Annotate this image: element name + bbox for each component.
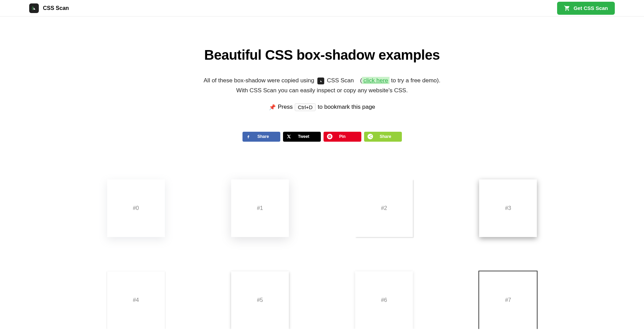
bookmark-rest: to bookmark this page (318, 104, 375, 110)
sharethis-icon (368, 134, 373, 139)
hero-section: Beautiful CSS box-shadow examples All of… (95, 16, 549, 142)
navbar: CSS Scan Get CSS Scan (0, 0, 644, 16)
click-here-link[interactable]: click here (362, 77, 389, 84)
share-tw-label: Tweet (298, 134, 309, 139)
bookmark-press: Press (278, 104, 293, 110)
shadow-card[interactable]: #2 (355, 179, 413, 237)
shadow-card[interactable]: #6 (355, 271, 413, 329)
inline-brand-name: CSS Scan (327, 76, 354, 86)
mini-logo-icon (317, 78, 324, 84)
card-label: #3 (505, 205, 511, 211)
share-pin-label: Pin (339, 134, 346, 139)
main-content: Beautiful CSS box-shadow examples All of… (82, 16, 563, 329)
pushpin-icon: 📌 (269, 104, 276, 110)
share-pinterest-button[interactable]: Pin (324, 132, 361, 142)
share-st-label: Share (380, 134, 391, 139)
share-twitter-button[interactable]: Tweet (283, 132, 321, 142)
brand[interactable]: CSS Scan (29, 3, 69, 13)
subtitle: All of these box-shadow were copied usin… (95, 76, 549, 96)
shadow-card[interactable]: #5 (231, 271, 289, 329)
card-label: #5 (257, 297, 263, 303)
share-sharethis-button[interactable]: Share (364, 132, 402, 142)
facebook-icon (246, 134, 251, 139)
card-label: #1 (257, 205, 263, 211)
shadow-card[interactable]: #0 (107, 179, 165, 237)
card-label: #2 (381, 205, 387, 211)
subtitle-line2: With CSS Scan you can easily inspect or … (236, 87, 408, 94)
card-label: #7 (505, 297, 511, 303)
inline-brand[interactable]: CSS Scan (317, 76, 354, 86)
svg-point-1 (369, 136, 370, 137)
pinterest-icon (327, 134, 332, 139)
shadow-card[interactable]: #3 (479, 179, 537, 237)
subtitle-prefix: All of these box-shadow were copied usin… (204, 77, 314, 84)
shadow-card[interactable]: #7 (479, 271, 537, 329)
brand-logo-icon (29, 3, 39, 13)
cards-grid-row2: #4 #5 #6 #7 (95, 271, 549, 329)
cart-icon (564, 5, 570, 11)
keyboard-shortcut: Ctrl+D (295, 103, 316, 111)
brand-name: CSS Scan (43, 5, 69, 11)
card-label: #4 (133, 297, 139, 303)
share-buttons-row: Share Tweet Pin Share (95, 132, 549, 142)
cards-grid-row1: #0 #1 #2 #3 (95, 179, 549, 237)
share-fb-label: Share (258, 134, 269, 139)
svg-point-2 (371, 137, 372, 138)
svg-point-0 (371, 135, 372, 136)
bookmark-hint: 📌 Press Ctrl+D to bookmark this page (95, 103, 549, 111)
shadow-card[interactable]: #1 (231, 179, 289, 237)
card-label: #0 (133, 205, 139, 211)
x-icon (286, 134, 291, 139)
cta-label: Get CSS Scan (574, 5, 608, 11)
page-title: Beautiful CSS box-shadow examples (95, 47, 549, 63)
paren-close: to try a free demo). (389, 77, 440, 84)
card-label: #6 (381, 297, 387, 303)
share-facebook-button[interactable]: Share (242, 132, 280, 142)
get-css-scan-button[interactable]: Get CSS Scan (557, 2, 615, 15)
shadow-card[interactable]: #4 (107, 271, 165, 329)
